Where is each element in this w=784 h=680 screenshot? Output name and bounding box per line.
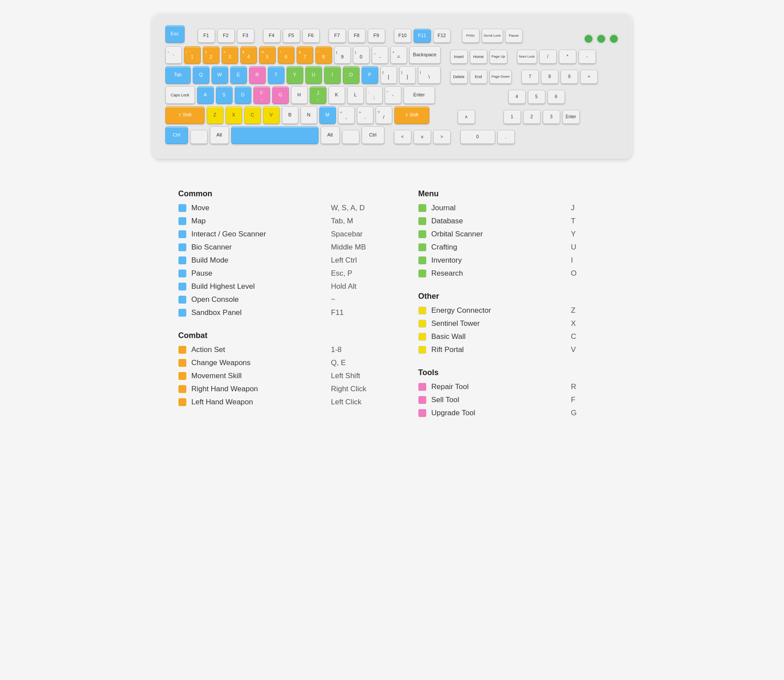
key-num4[interactable]: 4: [508, 90, 526, 104]
key-equals[interactable]: +=: [390, 46, 407, 64]
key-y[interactable]: Y: [287, 66, 303, 84]
key-alt-right[interactable]: Alt: [321, 126, 340, 144]
key-space[interactable]: [231, 126, 318, 144]
key-f7[interactable]: F7: [329, 29, 346, 43]
key-f4[interactable]: F4: [263, 29, 281, 43]
key-f5[interactable]: F5: [283, 29, 300, 43]
key-numstar[interactable]: *: [559, 50, 576, 64]
key-ctrl-left[interactable]: Ctrl: [165, 126, 188, 144]
key-f11[interactable]: F11: [414, 29, 431, 43]
key-b[interactable]: B: [282, 106, 298, 124]
key-numminus[interactable]: -: [579, 50, 596, 64]
key-f1[interactable]: F1: [198, 29, 215, 43]
key-slash[interactable]: ?/: [376, 106, 392, 124]
key-num6[interactable]: 6: [548, 90, 565, 104]
key-f2[interactable]: F2: [217, 29, 235, 43]
key-num2[interactable]: 2: [523, 110, 541, 124]
key-enter[interactable]: Enter: [404, 86, 435, 104]
key-p[interactable]: P: [362, 66, 378, 84]
key-num5[interactable]: 5: [528, 90, 545, 104]
key-up[interactable]: ∧: [458, 110, 475, 124]
key-period[interactable]: >.: [357, 106, 373, 124]
key-j[interactable]: J_: [310, 86, 326, 104]
key-pause[interactable]: Pause: [505, 29, 523, 43]
key-shift-left[interactable]: ⇧ Shift: [165, 106, 205, 124]
key-6[interactable]: ^6: [278, 46, 294, 64]
key-numenter[interactable]: Enter: [562, 110, 580, 124]
key-e[interactable]: E: [230, 66, 247, 84]
key-0[interactable]: )0: [353, 46, 370, 64]
key-7[interactable]: &7: [297, 46, 313, 64]
key-f9[interactable]: F9: [368, 29, 385, 43]
key-num7[interactable]: 7: [521, 70, 539, 84]
key-9[interactable]: (9: [334, 46, 351, 64]
key-v[interactable]: V: [263, 106, 280, 124]
key-f3[interactable]: F3: [237, 29, 254, 43]
key-5[interactable]: %5: [259, 46, 276, 64]
key-left[interactable]: <: [394, 130, 411, 144]
key-i[interactable]: I: [324, 66, 341, 84]
key-lbracket[interactable]: {[: [380, 66, 397, 84]
key-backslash[interactable]: |\: [418, 66, 441, 84]
key-prtsc[interactable]: PrtSc: [462, 29, 479, 43]
key-o[interactable]: O: [343, 66, 359, 84]
key-alt-left[interactable]: Alt: [210, 126, 229, 144]
key-d[interactable]: D: [235, 86, 251, 104]
key-num8[interactable]: 8: [541, 70, 558, 84]
key-h[interactable]: H: [291, 86, 308, 104]
key-z[interactable]: Z: [207, 106, 223, 124]
key-1[interactable]: !1: [184, 46, 201, 64]
key-home[interactable]: Home: [470, 50, 487, 64]
key-l[interactable]: L: [347, 86, 364, 104]
key-a[interactable]: A: [197, 86, 214, 104]
key-w[interactable]: W: [212, 66, 228, 84]
key-k[interactable]: K: [329, 86, 345, 104]
key-g[interactable]: G: [272, 86, 289, 104]
key-rbracket[interactable]: }]: [399, 66, 416, 84]
key-num1[interactable]: 1: [503, 110, 521, 124]
key-q[interactable]: Q: [193, 66, 209, 84]
key-win-right[interactable]: [342, 130, 359, 144]
key-numlock[interactable]: Num Lock: [517, 50, 537, 64]
key-win-left[interactable]: [190, 130, 208, 144]
key-8[interactable]: *8: [315, 46, 332, 64]
key-scrlk[interactable]: Scroll Lock: [482, 29, 503, 43]
key-tab[interactable]: Tab: [165, 66, 191, 84]
key-insert[interactable]: Insert: [450, 50, 468, 64]
key-f10[interactable]: F10: [394, 29, 411, 43]
key-numdot[interactable]: .: [497, 130, 515, 144]
key-pageup[interactable]: Page Up: [490, 50, 507, 64]
key-3[interactable]: #3: [222, 46, 238, 64]
key-right[interactable]: >: [433, 130, 451, 144]
key-num0[interactable]: 0: [460, 130, 495, 144]
key-ctrl-right[interactable]: Ctrl: [362, 126, 384, 144]
key-t[interactable]: T: [268, 66, 284, 84]
key-s[interactable]: S: [216, 86, 233, 104]
key-num3[interactable]: 3: [543, 110, 560, 124]
key-u[interactable]: U: [305, 66, 322, 84]
key-r[interactable]: R: [249, 66, 266, 84]
key-end[interactable]: End: [470, 70, 487, 84]
key-semicolon[interactable]: :;: [366, 86, 383, 104]
key-numplus[interactable]: +: [580, 70, 598, 84]
key-shift-right[interactable]: ⇧ Shift: [394, 106, 429, 124]
key-numslash[interactable]: /: [539, 50, 557, 64]
key-2[interactable]: #2: [203, 46, 219, 64]
key-comma[interactable]: <,: [338, 106, 355, 124]
key-down[interactable]: ∨: [414, 130, 431, 144]
key-pagedn[interactable]: Page Down: [490, 70, 512, 84]
key-4[interactable]: $4: [240, 46, 257, 64]
key-minus[interactable]: _-: [372, 46, 388, 64]
key-backspace[interactable]: Backspace: [409, 46, 441, 64]
key-x[interactable]: X: [226, 106, 242, 124]
key-delete[interactable]: Delete: [450, 70, 468, 84]
key-f8[interactable]: F8: [348, 29, 366, 43]
key-c[interactable]: C: [244, 106, 261, 124]
key-esc[interactable]: Esc: [165, 25, 185, 43]
key-capslock[interactable]: Caps Lock: [165, 86, 195, 104]
key-num9[interactable]: 9: [561, 70, 578, 84]
key-backtick[interactable]: ~`: [165, 46, 182, 64]
key-f12[interactable]: F12: [433, 29, 451, 43]
key-m[interactable]: M: [319, 106, 336, 124]
key-f6[interactable]: F6: [302, 29, 320, 43]
